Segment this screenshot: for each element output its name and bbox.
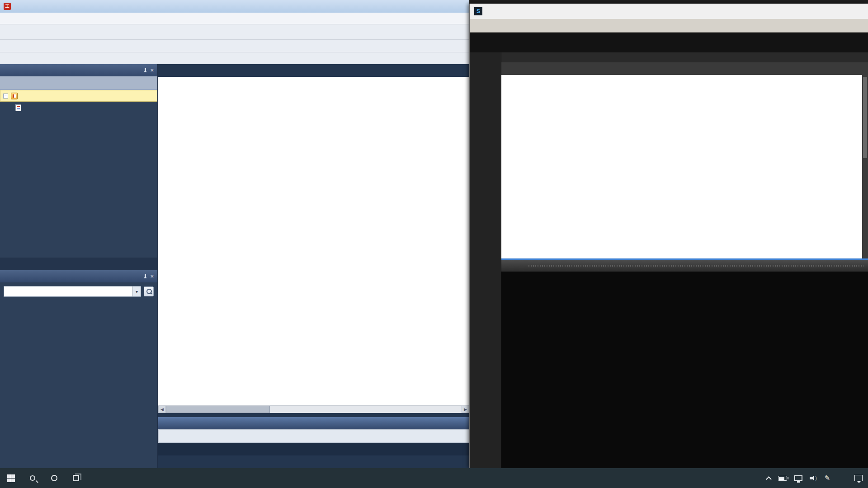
- start-button[interactable]: [0, 468, 22, 488]
- action-center-icon[interactable]: [854, 475, 863, 481]
- sysmac-toolbar: [470, 33, 868, 52]
- gx-editor-area: ◀ ▶: [158, 64, 469, 468]
- bookmark-tree[interactable]: −: [0, 90, 157, 258]
- gx-toolbar-row1: [0, 24, 469, 40]
- volume-icon[interactable]: ): [810, 475, 817, 481]
- watch-toolbar: [158, 429, 469, 443]
- watch-window-title: [158, 417, 469, 429]
- quick-search-input[interactable]: ▾: [4, 286, 141, 297]
- bookmark-panel-header: ×: [0, 64, 157, 76]
- windows-logo-icon: [7, 474, 15, 482]
- gx-titlebar: 工: [0, 0, 469, 13]
- quick-search-body: ▾: [0, 282, 157, 300]
- gx-works3-app-icon: 工: [4, 3, 11, 10]
- scrollbar-thumb[interactable]: [166, 406, 270, 413]
- cortana-button[interactable]: [43, 468, 65, 488]
- tree-collapse-icon[interactable]: −: [3, 94, 8, 99]
- gx-bottom-tabbar: [158, 443, 469, 455]
- sysmac-bottom-tabbar: [501, 272, 868, 285]
- scroll-right-icon[interactable]: ▶: [462, 406, 469, 413]
- multiview-explorer-strip: [470, 52, 501, 468]
- cortana-icon: [51, 475, 57, 481]
- sysmac-app-icon: S: [474, 7, 482, 15]
- pen-icon[interactable]: ✎: [824, 474, 830, 482]
- system-tray: ) ✎: [767, 468, 868, 488]
- sysmac-st-editor[interactable]: [501, 75, 868, 258]
- gx-toolbar-row3: [0, 52, 469, 64]
- gx-st-editor[interactable]: [158, 77, 469, 405]
- tree-item-progpou[interactable]: −: [0, 90, 157, 102]
- search-icon: [30, 475, 35, 481]
- quick-search-header: ×: [0, 270, 157, 282]
- horizontal-scrollbar[interactable]: ◀ ▶: [158, 405, 469, 413]
- vertical-scrollbar[interactable]: [862, 75, 868, 258]
- gx-works3-window: 工 × −: [0, 0, 469, 468]
- network-icon[interactable]: [794, 475, 802, 481]
- gx-menubar: [0, 13, 469, 24]
- pin-icon[interactable]: [143, 274, 147, 279]
- taskbar-search-button[interactable]: [22, 468, 43, 488]
- program-body-icon: [15, 104, 21, 111]
- gx-toolbar-row2: [0, 40, 469, 52]
- watch-window: [158, 417, 469, 443]
- task-view-icon: [73, 475, 79, 481]
- sysmac-body: [470, 52, 868, 468]
- sysmac-titlebar: S: [470, 4, 868, 19]
- task-view-button[interactable]: [65, 468, 87, 488]
- sysmac-menubar: [470, 19, 868, 33]
- taskbar: ) ✎: [0, 468, 868, 488]
- sysmac-studio-window: S: [469, 4, 868, 468]
- bookmark-toolbar: [0, 76, 157, 90]
- compile-panel-header: [501, 260, 868, 272]
- tree-item-program-body[interactable]: [0, 102, 157, 113]
- search-icon[interactable]: [144, 286, 154, 296]
- desktop: 工 × −: [0, 0, 868, 488]
- tray-expand-icon[interactable]: [766, 476, 772, 482]
- pin-icon[interactable]: [143, 68, 147, 73]
- battery-icon[interactable]: [778, 476, 787, 481]
- close-icon[interactable]: ×: [150, 273, 154, 279]
- sysmac-tabbar: [501, 62, 868, 75]
- close-icon[interactable]: ×: [150, 67, 154, 73]
- gx-editor-tabbar: [158, 64, 469, 77]
- sysmac-content: [501, 52, 868, 468]
- gx-dock-tabs: [0, 258, 157, 270]
- gx-left-dock: × −: [0, 64, 158, 468]
- scroll-left-icon[interactable]: ◀: [158, 406, 166, 413]
- gx-main: × −: [0, 64, 469, 468]
- program-icon: [11, 93, 18, 99]
